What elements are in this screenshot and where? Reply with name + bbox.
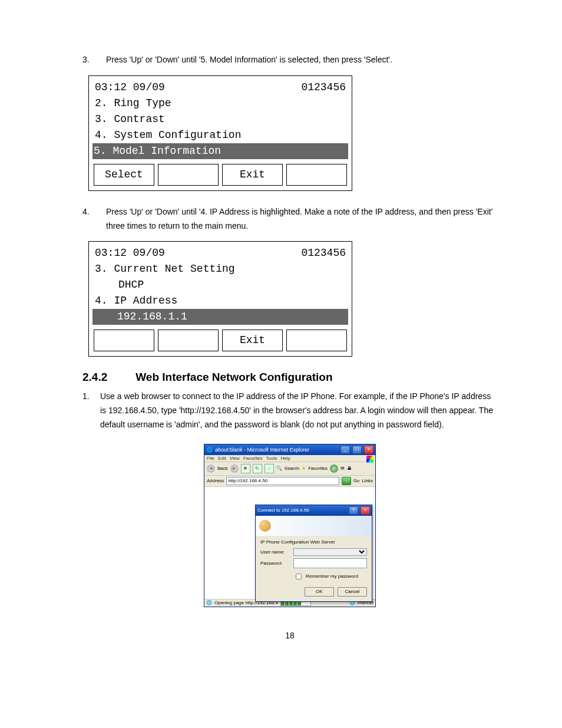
auth-titlebar: Connect to 192.168.4.50 ? ×: [256, 505, 372, 516]
ie-window: 🌐 about:blank - Microsoft Internet Explo…: [204, 444, 376, 607]
ie-addressbar: Address → Go Links: [204, 476, 375, 487]
menu-view[interactable]: View: [230, 456, 240, 461]
lcd1-line-3: 3. Contrast: [94, 111, 347, 127]
auth-help-button[interactable]: ?: [349, 506, 358, 515]
history-button[interactable]: ✓: [330, 465, 338, 473]
section-title: Web Interface Network Configuration: [135, 371, 332, 383]
menu-tools[interactable]: Tools: [266, 456, 277, 461]
menu-help[interactable]: Help: [280, 456, 290, 461]
lcd1-soft-exit: Exit: [222, 164, 283, 186]
keys-icon: [259, 520, 271, 532]
address-label: Address: [207, 478, 224, 483]
password-label: Password:: [260, 561, 290, 566]
step-1b: 1. Use a web browser to connect to the I…: [82, 390, 497, 431]
lcd1-id: 0123456: [301, 80, 346, 95]
menu-edit[interactable]: Edit: [218, 456, 226, 461]
auth-realm: IP Phone Configuration Web Server: [260, 539, 367, 545]
lcd1-line-2: 2. Ring Type: [94, 95, 347, 111]
step-3-text: Press 'Up' or 'Down' until '5. Model Inf…: [106, 53, 497, 67]
menu-file[interactable]: File: [207, 456, 214, 461]
favorites-icon[interactable]: ★: [302, 466, 306, 471]
page-number: 18: [82, 631, 497, 640]
address-input[interactable]: [226, 477, 339, 485]
lcd1-line-4: 4. System Configuration: [94, 127, 347, 143]
search-label: Search: [285, 466, 299, 471]
step-3-num: 3.: [82, 53, 106, 67]
close-button[interactable]: ×: [364, 446, 373, 454]
favorites-label: Favorites: [308, 466, 328, 471]
back-button[interactable]: ◄: [207, 465, 215, 473]
ie-toolbar: ◄ Back ► ✖ ↻ ⌂ 🔍 Search ★ Favorites ✓ ✉ …: [204, 462, 375, 476]
lcd1-soft-blank2: [286, 164, 347, 186]
lcd-screen-2: 03:12 09/09 0123456 3. Current Net Setti…: [88, 241, 352, 357]
lcd2-time: 03:12 09/09: [95, 245, 165, 261]
ie-menubar: File Edit View Favorites Tools Help: [204, 455, 375, 462]
step-1b-num: 1.: [82, 390, 100, 431]
lcd2-soft-exit: Exit: [222, 330, 283, 351]
lcd2-id: 0123456: [301, 245, 346, 261]
step-4: 4. Press 'Up' or 'Down' until '4. IP Add…: [82, 205, 497, 233]
password-input[interactable]: [293, 558, 367, 568]
menu-favorites[interactable]: Favorites: [243, 456, 263, 461]
minimize-button[interactable]: _: [340, 446, 350, 454]
ie-content: Connect to 192.168.4.50 ? × IP Phone Con…: [204, 487, 375, 599]
go-label: Go: [353, 478, 360, 483]
forward-button[interactable]: ►: [230, 465, 239, 473]
refresh-button[interactable]: ↻: [253, 464, 262, 473]
section-heading: 2.4.2 Web Interface Network Configuratio…: [82, 371, 497, 384]
lcd2-soft-blank3: [286, 330, 347, 351]
step-4-num: 4.: [82, 205, 106, 233]
lcd1-softkeys: Select Exit: [94, 164, 347, 186]
lcd2-line-4: 4. IP Address: [94, 293, 347, 309]
remember-checkbox[interactable]: [296, 574, 302, 579]
cancel-button[interactable]: Cancel: [338, 587, 367, 597]
lcd1-soft-blank1: [158, 164, 219, 186]
lcd1-selected: 5. Model Information: [92, 143, 348, 159]
search-icon[interactable]: 🔍: [276, 466, 282, 471]
maximize-button[interactable]: □: [352, 446, 362, 454]
lcd-screen-1: 03:12 09/09 0123456 2. Ring Type 3. Cont…: [88, 75, 352, 191]
username-label: User name:: [260, 549, 290, 555]
lcd2-selected: 192.168.1.1: [92, 309, 348, 325]
print-icon[interactable]: 🖶: [347, 466, 352, 471]
step-4-text: Press 'Up' or 'Down' until '4. IP Addres…: [106, 205, 497, 233]
lcd1-time: 03:12 09/09: [95, 80, 165, 95]
auth-dialog: Connect to 192.168.4.50 ? × IP Phone Con…: [255, 505, 372, 602]
ie-titlebar: 🌐 about:blank - Microsoft Internet Explo…: [204, 444, 375, 455]
auth-banner: [256, 516, 372, 536]
step-1b-text: Use a web browser to connect to the IP a…: [100, 390, 497, 431]
lcd1-soft-select: Select: [94, 164, 154, 186]
lcd2-dhcp: DHCP: [94, 277, 347, 293]
home-button[interactable]: ⌂: [265, 464, 274, 473]
ok-button[interactable]: OK: [305, 587, 334, 597]
lcd2-soft-blank2: [158, 330, 219, 351]
stop-button[interactable]: ✖: [241, 464, 250, 473]
section-num: 2.4.2: [82, 371, 133, 384]
lcd2-soft-blank1: [94, 330, 154, 351]
go-button[interactable]: →: [342, 477, 351, 485]
auth-title: Connect to 192.168.4.50: [257, 508, 346, 513]
auth-close-button[interactable]: ×: [361, 506, 370, 515]
back-label: Back: [217, 466, 228, 471]
step-3: 3. Press 'Up' or 'Down' until '5. Model …: [82, 53, 497, 67]
links-label[interactable]: Links: [362, 478, 373, 483]
remember-label: Remember my password: [306, 574, 358, 579]
ie-title-text: about:blank - Microsoft Internet Explore…: [215, 447, 338, 453]
lcd2-softkeys: Exit: [94, 330, 347, 351]
mail-icon[interactable]: ✉: [340, 466, 345, 471]
ie-icon: 🌐: [206, 447, 213, 453]
username-input[interactable]: [293, 548, 367, 556]
ie-throbber-icon: [366, 456, 373, 463]
lcd2-line-3: 3. Current Net Setting: [94, 261, 347, 277]
ie-status-icon: 🌐: [206, 600, 212, 605]
